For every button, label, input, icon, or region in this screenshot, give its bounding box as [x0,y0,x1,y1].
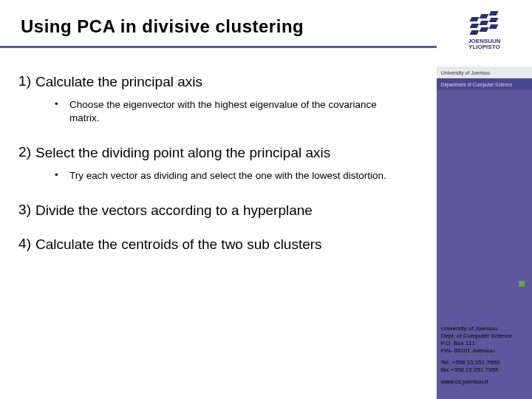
item-number: 2) [15,144,35,162]
item-number: 1) [15,73,35,91]
footer-tel: Tel. +358 13 251 7959 [441,359,531,366]
bullet-icon: • [55,169,69,183]
item-text: Calculate the principal axis [35,73,415,91]
slide: Using PCA in divisive clustering 1) Calc… [0,0,532,399]
university-logo: JOENSUUNYLIOPISTO [468,17,500,50]
list-item: 3) Divide the vectors according to a hyp… [15,202,415,219]
sidebar-footer: University of Joensuu Dept. of Computer … [441,325,531,386]
logo-mark-icon [471,17,497,35]
sidebar: JOENSUUNYLIOPISTO University of Joensuu … [437,0,532,399]
accent-square-icon [519,281,525,287]
slide-title: Using PCA in divisive clustering [0,0,437,43]
content-area: 1) Calculate the principal axis • Choose… [0,48,437,253]
band-department: Department of Computer Science [437,78,532,90]
list-item: 1) Calculate the principal axis [15,73,415,91]
sub-text: Try each vector as dividing and select t… [69,169,415,183]
list-item: 4) Calculate the centroids of the two su… [15,236,415,253]
footer-fax: fax +358 13 251 7955 [441,366,531,374]
item-number: 3) [15,202,35,219]
sub-item: • Choose the eigenvector with the highes… [55,98,415,125]
footer-dept: Dept. of Computer Science [441,332,531,340]
logo-text: JOENSUUNYLIOPISTO [468,38,500,50]
footer-pobox: P.O. Box 111 [441,340,531,347]
logo-area: JOENSUUNYLIOPISTO [437,0,532,66]
band-university: University of Joensuu [437,66,532,78]
item-text: Select the dividing point along the prin… [35,144,415,162]
footer-url: www.cs.joensuu.fi [441,378,531,386]
item-text: Calculate the centroids of the two sub c… [35,236,415,253]
footer-org: University of Joensuu [441,325,531,332]
item-number: 4) [15,236,35,253]
bullet-icon: • [55,98,69,125]
sub-text: Choose the eigenvector with the highest … [69,98,415,125]
main-area: Using PCA in divisive clustering 1) Calc… [0,0,437,399]
sub-item: • Try each vector as dividing and select… [55,169,415,183]
list-item: 2) Select the dividing point along the p… [15,144,415,162]
footer-city: FIN- 80101 Joensuu [441,347,531,355]
item-text: Divide the vectors according to a hyperp… [35,202,415,219]
